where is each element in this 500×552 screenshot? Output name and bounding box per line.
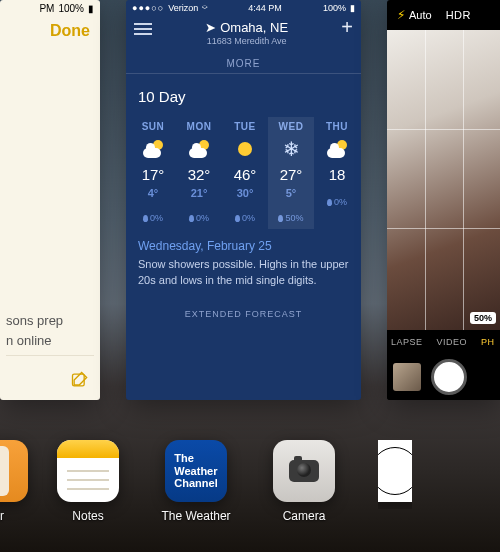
precip-chance: 0% — [314, 197, 360, 207]
app-card-camera[interactable]: ⚡︎ Auto HDR 50% LAPSE VIDEO PH — [387, 0, 500, 400]
forecast-day[interactable]: TUE46°30°0% — [222, 121, 268, 223]
flash-mode-label: Auto — [409, 9, 432, 21]
day-name: THU — [314, 121, 360, 132]
flash-icon: ⚡︎ — [397, 8, 405, 22]
more-button[interactable]: MORE — [126, 58, 361, 69]
extended-forecast-button[interactable]: EXTENDED FORECAST — [126, 309, 361, 327]
status-battery-pct: 100% — [58, 3, 84, 14]
weather-icon-suncloud — [176, 138, 222, 160]
divider — [6, 355, 94, 356]
mode-photo[interactable]: PH — [481, 337, 495, 347]
low-temp: 30° — [222, 187, 268, 199]
add-location-button[interactable]: + — [341, 20, 353, 34]
note-line: n online — [6, 331, 63, 351]
location-header[interactable]: ➤Omaha, NE 11683 Meredith Ave — [158, 20, 335, 46]
precip-chance: 50% — [268, 213, 314, 223]
high-temp: 46° — [222, 166, 268, 183]
high-temp: 32° — [176, 166, 222, 183]
day-name: MON — [176, 121, 222, 132]
mode-video[interactable]: VIDEO — [437, 337, 468, 347]
app-card-weather[interactable]: ●●●○○ Verizon ⌔ 4:44 PM 100% ▮ ➤Omaha, N… — [126, 0, 361, 400]
precip-chance: 0% — [176, 213, 222, 223]
forecast-day[interactable]: THU180% — [314, 121, 360, 223]
battery-icon: ▮ — [88, 3, 94, 14]
status-battery-pct: 100% — [323, 3, 346, 13]
forecast-day[interactable]: WED❄︎27°5°50% — [268, 121, 314, 223]
raindrop-icon — [235, 215, 240, 222]
weather-channel-icon: TheWeatherChannel — [165, 440, 227, 502]
weather-icon-sun — [222, 138, 268, 160]
shutter-button[interactable] — [431, 359, 467, 395]
clock-icon — [378, 440, 412, 502]
status-time: 4:44 PM — [248, 3, 282, 13]
day-name: SUN — [130, 121, 176, 132]
camera-top-bar: ⚡︎ Auto HDR — [387, 0, 500, 30]
status-bar: PM 100% ▮ — [0, 0, 100, 16]
grid-line — [387, 228, 500, 229]
grid-line — [463, 30, 464, 330]
weather-icon-suncloud — [314, 138, 360, 160]
app-label: Camera — [283, 509, 326, 523]
raindrop-icon — [143, 215, 148, 222]
app-label: Notes — [72, 509, 103, 523]
low-temp: 5° — [268, 187, 314, 199]
dock-app-camera[interactable]: Camera — [270, 440, 338, 523]
zoom-badge: 50% — [470, 312, 496, 324]
carrier-label: Verizon — [168, 3, 198, 13]
app-card-notes[interactable]: PM 100% ▮ Done sons prep n online — [0, 0, 100, 400]
raindrop-icon — [278, 215, 283, 222]
last-photo-thumbnail[interactable] — [393, 363, 421, 391]
camera-icon — [273, 440, 335, 502]
battery-icon: ▮ — [350, 3, 355, 13]
compose-icon[interactable] — [70, 370, 90, 390]
high-temp: 17° — [130, 166, 176, 183]
grid-line — [387, 129, 500, 130]
menu-icon[interactable] — [134, 20, 152, 35]
day-name: WED — [268, 121, 314, 132]
selected-description: Snow showers possible. Highs in the uppe… — [126, 257, 361, 309]
flash-toggle[interactable]: ⚡︎ Auto — [397, 8, 432, 22]
weather-icon-suncloud — [130, 138, 176, 160]
dock-app-calculator[interactable]: tor — [0, 440, 14, 523]
raindrop-icon — [189, 215, 194, 222]
status-time: PM — [39, 3, 54, 14]
dock-app-weather[interactable]: TheWeatherChannel The Weather — [162, 440, 230, 523]
note-line: sons prep — [6, 311, 63, 331]
precip-chance: 0% — [222, 213, 268, 223]
forecast-days[interactable]: SUN17°4°0%MON32°21°0%TUE46°30°0%WED❄︎27°… — [126, 121, 361, 223]
forecast-day[interactable]: MON32°21°0% — [176, 121, 222, 223]
status-bar: ●●●○○ Verizon ⌔ 4:44 PM 100% ▮ — [126, 0, 361, 16]
dock-app-notes[interactable]: Notes — [54, 440, 122, 523]
hdr-toggle[interactable]: HDR — [446, 9, 471, 21]
camera-modes[interactable]: LAPSE VIDEO PH — [387, 330, 500, 354]
raindrop-icon — [327, 199, 332, 206]
high-temp: 27° — [268, 166, 314, 183]
done-button[interactable]: Done — [0, 16, 100, 40]
camera-viewfinder[interactable]: 50% — [387, 30, 500, 330]
selected-date: Wednesday, February 25 — [126, 223, 361, 257]
grid-line — [425, 30, 426, 330]
precip-chance: 0% — [130, 213, 176, 223]
calculator-icon — [0, 440, 28, 502]
app-label: The Weather — [161, 509, 230, 523]
camera-bottom-bar — [387, 354, 500, 400]
divider — [126, 73, 361, 74]
city-label: Omaha, NE — [220, 20, 288, 35]
low-temp: 4° — [130, 187, 176, 199]
app-switcher-dock: tor Notes TheWeatherChannel The Weather … — [0, 422, 500, 552]
location-arrow-icon: ➤ — [205, 20, 216, 35]
address-label: 11683 Meredith Ave — [158, 36, 335, 46]
dock-app-clock[interactable] — [378, 440, 412, 509]
note-preview: sons prep n online — [0, 311, 63, 350]
app-label: tor — [0, 509, 4, 523]
day-name: TUE — [222, 121, 268, 132]
app-switcher[interactable]: PM 100% ▮ Done sons prep n online ●●●○○ … — [0, 0, 500, 440]
forecast-day[interactable]: SUN17°4°0% — [130, 121, 176, 223]
notes-icon — [57, 440, 119, 502]
mode-lapse[interactable]: LAPSE — [391, 337, 423, 347]
wifi-icon: ⌔ — [202, 3, 207, 13]
high-temp: 18 — [314, 166, 360, 183]
forecast-heading: 10 Day — [126, 84, 361, 121]
weather-icon-snow: ❄︎ — [268, 138, 314, 160]
signal-icon: ●●●○○ — [132, 3, 164, 13]
